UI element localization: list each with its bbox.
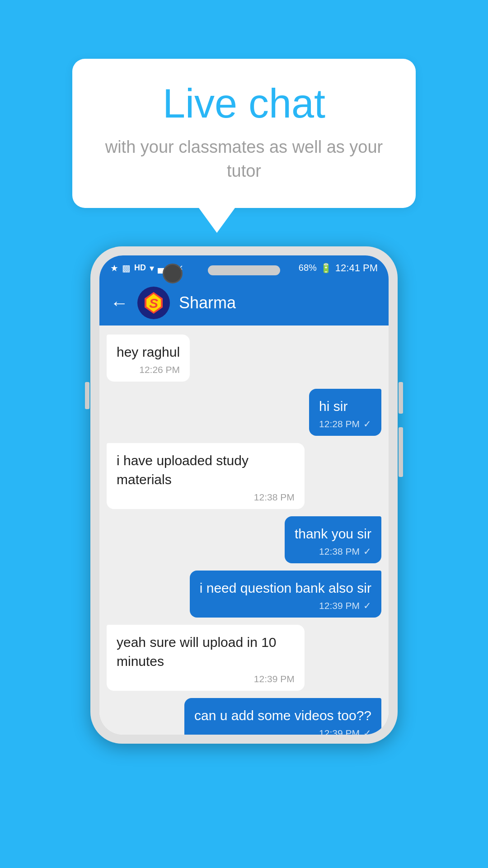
battery-percent: 68% — [299, 263, 317, 273]
message-time: 12:39 PM — [254, 674, 295, 684]
battery-icon: 🔋 — [320, 263, 332, 274]
checkmark-icon: ✓ — [363, 419, 371, 429]
message-bubble-received: yeah sure will upload in 10 minutes 12:3… — [107, 625, 305, 691]
speech-bubble: Live chat with your classmates as well a… — [72, 59, 416, 208]
hd-icon: HD — [134, 263, 146, 273]
message-time: 12:26 PM — [139, 364, 180, 375]
message-row: hi sir 12:28 PM ✓ — [107, 389, 381, 436]
message-row: can u add some videos too?? 12:39 PM ✓ — [107, 698, 381, 735]
wifi-icon: ▾ — [150, 263, 154, 274]
bluetooth-icon: ★ — [110, 263, 118, 274]
message-time: 12:39 PM — [319, 600, 360, 611]
message-bubble-received: i have uploaded study materials 12:38 PM — [107, 443, 305, 509]
message-meta: 12:39 PM ✓ — [200, 600, 371, 611]
message-row: i need question bank also sir 12:39 PM ✓ — [107, 571, 381, 618]
message-text: yeah sure will upload in 10 minutes — [117, 633, 295, 671]
message-meta: 12:39 PM ✓ — [194, 728, 371, 735]
app-bar: ← S Sharma — [99, 280, 389, 326]
contact-name: Sharma — [179, 293, 236, 312]
phone-side-button-right2 — [399, 427, 403, 477]
message-meta: 12:26 PM — [117, 364, 180, 375]
vibrate-icon: ▩ — [122, 263, 131, 274]
message-meta: 12:38 PM ✓ — [295, 546, 371, 557]
message-time: 12:38 PM — [319, 546, 360, 557]
status-bar-right: 68% 🔋 12:41 PM — [299, 262, 378, 274]
message-text: hi sir — [319, 397, 371, 416]
message-row: hey raghul 12:26 PM — [107, 335, 381, 382]
message-text: i have uploaded study materials — [117, 451, 295, 489]
message-time: 12:38 PM — [254, 492, 295, 503]
checkmark-icon: ✓ — [363, 546, 371, 557]
message-bubble-sent: hi sir 12:28 PM ✓ — [309, 389, 381, 436]
message-bubble-received: hey raghul 12:26 PM — [107, 335, 190, 382]
speech-bubble-subtitle: with your classmates as well as your tut… — [99, 135, 389, 183]
chat-area[interactable]: hey raghul 12:26 PM hi sir 12:28 PM ✓ — [99, 326, 389, 735]
status-time: 12:41 PM — [335, 262, 378, 274]
message-text: thank you sir — [295, 524, 371, 543]
phone-screen: ★ ▩ HD ▾ ▄ ✕ ✕ 68% 🔋 12:41 PM ← — [99, 255, 389, 735]
message-bubble-sent: i need question bank also sir 12:39 PM ✓ — [190, 571, 381, 618]
phone-outer-frame: ★ ▩ HD ▾ ▄ ✕ ✕ 68% 🔋 12:41 PM ← — [90, 246, 398, 744]
back-button[interactable]: ← — [110, 293, 128, 313]
message-time: 12:28 PM — [319, 419, 360, 429]
speech-bubble-card: Live chat with your classmates as well a… — [72, 59, 416, 233]
phone-mockup: ★ ▩ HD ▾ ▄ ✕ ✕ 68% 🔋 12:41 PM ← — [90, 246, 398, 744]
message-text: can u add some videos too?? — [194, 706, 371, 725]
message-row: i have uploaded study materials 12:38 PM — [107, 443, 381, 509]
speech-bubble-title: Live chat — [99, 81, 389, 126]
message-meta: 12:28 PM ✓ — [319, 419, 371, 429]
message-text: hey raghul — [117, 343, 180, 362]
message-meta: 12:39 PM — [117, 674, 295, 684]
message-bubble-sent: thank you sir 12:38 PM ✓ — [285, 516, 381, 563]
message-row: yeah sure will upload in 10 minutes 12:3… — [107, 625, 381, 691]
message-bubble-sent: can u add some videos too?? 12:39 PM ✓ — [184, 698, 381, 735]
message-time: 12:39 PM — [319, 728, 360, 735]
message-text: i need question bank also sir — [200, 579, 371, 598]
message-meta: 12:38 PM — [117, 492, 295, 503]
phone-side-button-left — [85, 382, 89, 409]
phone-speaker — [208, 265, 280, 275]
phone-side-button-right — [399, 382, 403, 414]
speech-bubble-arrow — [199, 208, 235, 233]
checkmark-icon: ✓ — [363, 728, 371, 735]
svg-text:S: S — [149, 296, 158, 311]
message-row: thank you sir 12:38 PM ✓ — [107, 516, 381, 563]
checkmark-icon: ✓ — [363, 600, 371, 611]
contact-avatar: S — [137, 287, 170, 319]
